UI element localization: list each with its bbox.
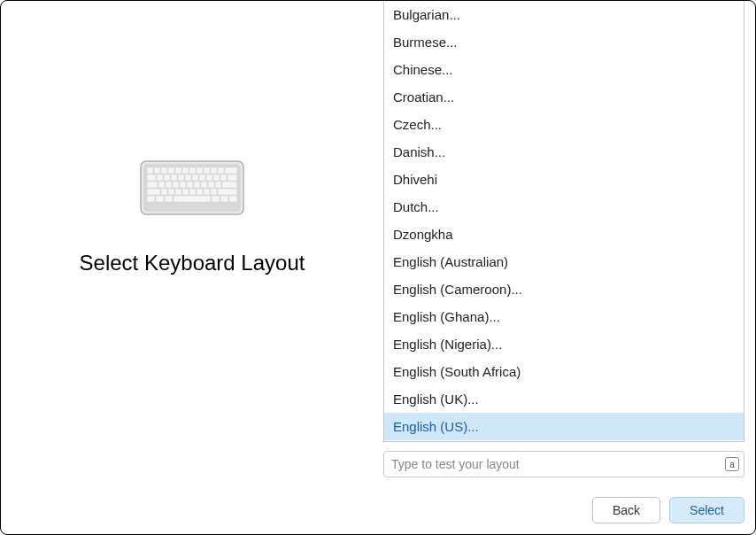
layout-item[interactable]: English (Australian) [384,248,744,275]
svg-rect-35 [215,182,221,188]
svg-rect-28 [166,182,172,188]
svg-rect-22 [206,174,212,181]
svg-rect-12 [218,167,224,174]
button-bar: Back Select [1,488,755,534]
svg-rect-8 [189,167,196,174]
svg-rect-10 [204,167,210,174]
layout-item[interactable]: English (Cameroon)... [384,275,744,303]
svg-rect-34 [208,182,214,188]
right-panel: Bulgarian...Burmese...Chinese...Croatian… [383,1,755,488]
layout-item[interactable]: Burmese... [384,28,744,56]
svg-rect-36 [222,182,237,188]
keyboard-icon [140,160,244,215]
svg-rect-7 [182,167,189,174]
svg-rect-40 [175,189,181,195]
svg-rect-48 [156,196,164,202]
svg-rect-23 [213,174,220,181]
keyboard-layout-dialog: Select Keyboard Layout Bulgarian...Burme… [0,0,756,535]
svg-rect-17 [171,174,177,181]
svg-rect-44 [204,189,210,195]
svg-rect-46 [218,189,237,195]
layout-item[interactable]: Croatian... [384,83,744,111]
svg-rect-13 [225,167,237,174]
svg-rect-45 [211,189,217,195]
svg-rect-30 [180,182,186,188]
svg-rect-29 [173,182,179,188]
svg-rect-15 [157,174,163,181]
svg-rect-47 [147,196,155,202]
svg-rect-14 [147,174,156,181]
svg-rect-21 [199,174,205,181]
svg-rect-50 [174,196,211,202]
layout-item[interactable]: Czech... [384,111,744,138]
select-button[interactable]: Select [669,497,744,523]
svg-rect-25 [228,174,237,181]
svg-rect-43 [197,189,203,195]
left-panel: Select Keyboard Layout [1,1,383,488]
keyboard-indicator-icon: a [725,457,739,471]
svg-rect-51 [212,196,220,202]
test-layout-input[interactable] [383,451,744,477]
page-title: Select Keyboard Layout [80,251,305,275]
layout-item[interactable]: Bulgarian... [384,1,744,28]
svg-rect-2 [147,167,153,174]
svg-rect-18 [178,174,184,181]
svg-rect-31 [187,182,193,188]
svg-rect-5 [168,167,174,174]
layout-item[interactable]: Dzongkha [384,221,744,248]
layout-item[interactable]: Dhivehi [384,166,744,193]
svg-rect-41 [182,189,189,195]
test-input-wrapper: a [383,451,744,477]
svg-rect-3 [154,167,160,174]
back-button[interactable]: Back [592,497,660,523]
layout-item[interactable]: Chinese... [384,56,744,83]
svg-rect-37 [147,189,160,195]
layout-list[interactable]: Bulgarian...Burmese...Chinese...Croatian… [383,1,744,442]
svg-rect-32 [194,182,200,188]
svg-rect-38 [161,189,167,195]
layout-item[interactable]: English (Ghana)... [384,303,744,330]
content-area: Select Keyboard Layout Bulgarian...Burme… [1,1,755,488]
svg-rect-26 [147,182,158,188]
svg-rect-53 [229,196,237,202]
layout-item[interactable]: English (Nigeria)... [384,330,744,358]
layout-item[interactable]: English (South Africa) [384,358,744,385]
svg-rect-20 [192,174,198,181]
layout-item[interactable]: Danish... [384,138,744,166]
svg-rect-39 [168,189,174,195]
layout-item[interactable]: Dutch... [384,193,744,221]
svg-rect-19 [185,174,191,181]
svg-rect-27 [158,182,165,188]
svg-rect-16 [164,174,170,181]
svg-rect-6 [175,167,181,174]
svg-rect-4 [161,167,167,174]
svg-rect-11 [211,167,217,174]
svg-rect-24 [220,174,227,181]
layout-item[interactable]: English (UK)... [384,385,744,413]
svg-rect-49 [165,196,173,202]
svg-rect-9 [197,167,203,174]
svg-rect-33 [201,182,207,188]
layout-item[interactable]: English (US)... [384,413,744,440]
svg-rect-42 [189,189,196,195]
svg-rect-52 [220,196,228,202]
